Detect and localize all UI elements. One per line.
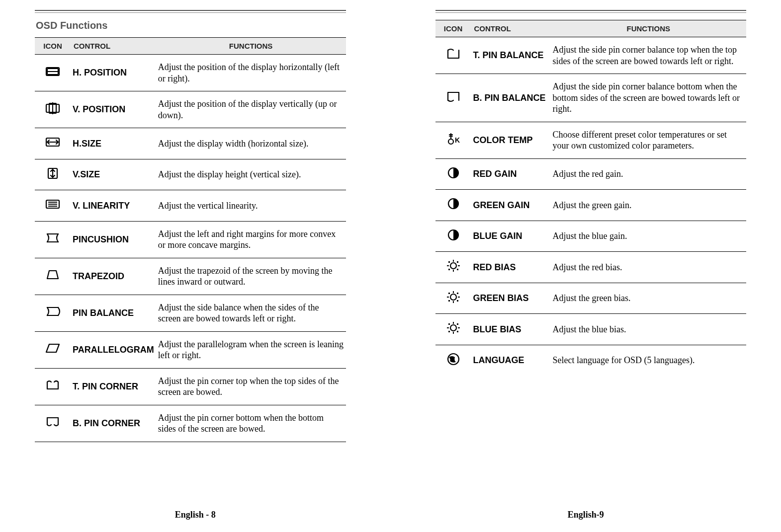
table-body-left: H. POSITIONAdjust the position of the di… <box>35 55 346 442</box>
page-footer-right: English-9 <box>391 510 781 520</box>
t-pin-balance-icon <box>435 37 471 74</box>
top-rule <box>35 10 346 13</box>
control-label: H.SIZE <box>71 128 156 159</box>
svg-rect-36 <box>447 327 449 328</box>
svg-rect-22 <box>448 261 450 263</box>
svg-rect-31 <box>448 293 450 294</box>
function-desc: Adjust the blue gain. <box>551 221 747 252</box>
header-functions: FUNCTIONS <box>551 20 747 37</box>
control-label: V. POSITION <box>71 91 156 128</box>
control-label: RED GAIN <box>471 158 551 190</box>
svg-rect-25 <box>457 269 458 270</box>
function-desc: Adjust the position of the display verti… <box>156 91 346 128</box>
function-desc: Adjust the green bias. <box>551 283 747 314</box>
control-label: BLUE GAIN <box>471 221 551 252</box>
t-pin-corner-icon <box>35 368 71 405</box>
table-row: BLUE GAINAdjust the blue gain. <box>435 221 747 252</box>
page-spread: OSD Functions ICON CONTROL FUNCTIONS H. … <box>0 0 781 532</box>
osd-table-left: ICON CONTROL FUNCTIONS H. POSITIONAdjust… <box>35 37 346 442</box>
h-size-icon <box>35 128 71 159</box>
pin-balance-icon <box>35 295 71 331</box>
control-label: B. PIN BALANCE <box>471 74 551 122</box>
table-row: RED GAINAdjust the red gain. <box>435 158 747 190</box>
b-pin-corner-icon <box>35 405 71 442</box>
control-label: PIN BALANCE <box>71 295 156 331</box>
function-desc: Adjust the red bias. <box>551 252 747 283</box>
trapezoid-icon <box>35 258 71 295</box>
v-position-icon <box>35 91 71 128</box>
function-desc: Adjust the blue bias. <box>551 314 747 345</box>
table-row: RED BIASAdjust the red bias. <box>435 252 747 283</box>
blue-bias-icon <box>435 314 471 345</box>
control-label: COLOR TEMP <box>471 122 551 158</box>
svg-rect-20 <box>453 260 454 262</box>
svg-point-12 <box>448 139 453 144</box>
table-row: GREEN GAINAdjust the green gain. <box>435 190 747 221</box>
table-row: T. PIN CORNERAdjust the pin corner top w… <box>35 368 346 405</box>
table-header-row: ICON CONTROL FUNCTIONS <box>35 38 346 55</box>
svg-rect-33 <box>448 300 450 302</box>
header-icon: ICON <box>435 20 471 37</box>
control-label: LANGUAGE <box>471 345 551 376</box>
function-desc: Select language for OSD (5 languages). <box>551 345 747 376</box>
blue-gain-icon <box>435 221 471 252</box>
header-functions: FUNCTIONS <box>156 38 346 55</box>
control-label: T. PIN BALANCE <box>471 37 551 74</box>
control-label: PINCUSHION <box>71 221 156 258</box>
section-title: OSD Functions <box>36 20 346 31</box>
table-row: KCOLOR TEMPChoose different preset color… <box>435 122 747 158</box>
svg-rect-23 <box>457 261 458 263</box>
control-label: B. PIN CORNER <box>71 405 156 442</box>
svg-point-26 <box>450 294 456 300</box>
svg-rect-24 <box>448 269 450 270</box>
right-page: ICON CONTROL FUNCTIONS T. PIN BALANCEAdj… <box>391 0 781 532</box>
parallelogram-icon <box>35 331 71 368</box>
table-row: T. PIN BALANCEAdjust the side pin corner… <box>435 37 747 74</box>
table-header-row: ICON CONTROL FUNCTIONS <box>435 20 747 37</box>
svg-rect-43 <box>457 331 458 332</box>
control-label: TRAPEZOID <box>71 258 156 295</box>
v-linearity-icon <box>35 190 71 222</box>
v-size-icon <box>35 159 71 190</box>
header-control: CONTROL <box>471 20 551 37</box>
red-bias-icon <box>435 252 471 283</box>
function-desc: Adjust the green gain. <box>551 190 747 221</box>
svg-rect-30 <box>453 301 454 303</box>
pincushion-icon <box>35 221 71 258</box>
control-label: H. POSITION <box>71 55 156 91</box>
svg-rect-37 <box>458 327 460 328</box>
left-page: OSD Functions ICON CONTROL FUNCTIONS H. … <box>0 0 391 532</box>
control-label: PARALLELOGRAM <box>71 331 156 368</box>
b-pin-balance-icon <box>435 74 471 122</box>
table-row: TRAPEZOIDAdjust the trapezoid of the scr… <box>35 258 346 295</box>
control-label: GREEN GAIN <box>471 190 551 221</box>
table-row: PIN BALANCEAdjust the side balance when … <box>35 295 346 331</box>
table-row: B. PIN BALANCEAdjust the side pin corner… <box>435 74 747 122</box>
function-desc: Adjust the display width (horizontal siz… <box>156 128 346 159</box>
svg-rect-32 <box>457 293 458 294</box>
svg-rect-34 <box>457 300 458 302</box>
function-desc: Adjust the side balance when the sides o… <box>156 295 346 331</box>
svg-rect-19 <box>458 265 460 266</box>
header-control: CONTROL <box>71 38 156 55</box>
function-desc: Adjust the position of the display horiz… <box>156 55 346 91</box>
control-label: V. LINEARITY <box>71 190 156 222</box>
osd-table-right: ICON CONTROL FUNCTIONS T. PIN BALANCEAdj… <box>435 20 747 376</box>
function-desc: Adjust the red gain. <box>551 158 747 190</box>
page-footer-left: English - 8 <box>0 510 391 520</box>
table-row: V. LINEARITYAdjust the vertical linearit… <box>35 190 346 222</box>
svg-rect-29 <box>453 291 454 293</box>
green-bias-icon <box>435 283 471 314</box>
svg-rect-41 <box>457 323 458 325</box>
svg-rect-39 <box>453 332 454 334</box>
svg-rect-21 <box>453 270 454 272</box>
control-label: V.SIZE <box>71 159 156 190</box>
table-row: LANGUAGESelect language for OSD (5 langu… <box>435 345 747 376</box>
svg-rect-27 <box>447 297 449 298</box>
function-desc: Adjust the pin corner bottom when the bo… <box>156 405 346 442</box>
table-row: V.SIZEAdjust the display height (vertica… <box>35 159 346 190</box>
function-desc: Adjust the side pin corner balance botto… <box>551 74 747 122</box>
header-icon: ICON <box>35 38 71 55</box>
function-desc: Adjust the trapezoid of the screen by mo… <box>156 258 346 295</box>
table-row: PINCUSHIONAdjust the left and right marg… <box>35 221 346 258</box>
